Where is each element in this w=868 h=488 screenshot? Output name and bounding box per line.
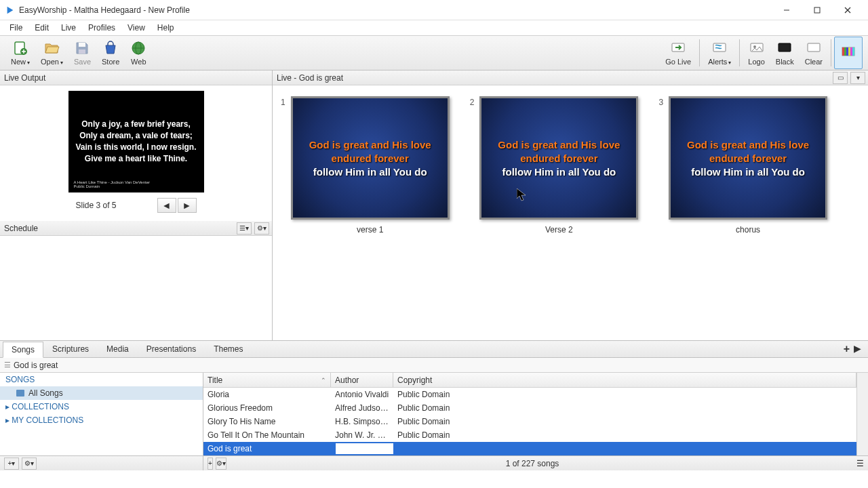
search-value[interactable]: God is great [14, 361, 58, 370]
tree-settings-button[interactable]: ⚙▾ [22, 458, 37, 470]
view-list-icon[interactable]: ☰ [856, 459, 864, 468]
menu-live[interactable]: Live [56, 22, 81, 34]
maximize-button[interactable] [802, 1, 832, 20]
close-button[interactable] [832, 1, 863, 20]
store-button[interactable]: Store [96, 37, 125, 69]
slide-thumb[interactable]: God is great and His love endured foreve… [669, 96, 827, 220]
library-tree[interactable]: SONGS All Songs ▸ COLLECTIONS ▸ MY COLLE… [0, 373, 203, 455]
go-button[interactable]: ▶ [854, 343, 861, 355]
schedule-view-button[interactable]: ☰▾ [237, 222, 252, 235]
output-slide-text: Only a joy, a few brief years, Only a dr… [75, 119, 196, 164]
svg-rect-7 [79, 43, 85, 47]
menu-file[interactable]: File [4, 22, 28, 34]
output-slide-credit: A Heart Like Thine - Judson Van DeVenter… [74, 180, 151, 188]
clear-button[interactable]: Clear [800, 37, 828, 69]
svg-rect-21 [846, 47, 848, 56]
store-icon [102, 40, 119, 56]
cell-title: God is great [203, 443, 331, 455]
live-output-header: Live Output [0, 70, 272, 85]
live-display-button[interactable]: ▭ [833, 72, 848, 84]
slide-lyric: follow Him in all You do [691, 166, 805, 178]
black-button[interactable]: Black [770, 37, 800, 69]
tree-all-songs[interactable]: All Songs [0, 386, 203, 400]
cell-title: Go Tell It On The Mountain [203, 429, 331, 441]
scrollbar[interactable] [856, 373, 868, 455]
golive-icon [670, 40, 686, 56]
table-row[interactable]: Go Tell It On The MountainJohn W. Jr. Wo… [203, 428, 856, 442]
author-edit-input[interactable] [335, 443, 393, 455]
table-row[interactable]: GloriaAntonio VivaldiPublic Domain [203, 388, 856, 401]
cell-author: Antonio Vivaldi [331, 388, 393, 401]
svg-rect-17 [808, 43, 820, 52]
table-add-button[interactable]: + [208, 458, 213, 470]
output-slide: Only a joy, a few brief years, Only a dr… [68, 91, 204, 192]
minimize-button[interactable] [771, 1, 802, 20]
slide-item[interactable]: 3God is great and His love endured forev… [658, 96, 827, 329]
tab-themes[interactable]: Themes [205, 341, 252, 357]
clear-icon [806, 40, 822, 56]
svg-rect-8 [79, 49, 85, 54]
tab-scriptures[interactable]: Scriptures [43, 341, 98, 357]
slide-counter: Slide 3 of 5 [75, 201, 116, 210]
tree-songs[interactable]: SONGS [0, 373, 203, 386]
slide-item[interactable]: 2God is great and His love endured forev… [470, 96, 639, 329]
library-tabs: Songs Scriptures Media Presentations The… [0, 340, 868, 358]
cell-author: Alfred Judson ... [331, 402, 393, 414]
schedule-area[interactable] [0, 236, 272, 340]
app-icon [5, 5, 15, 15]
col-author[interactable]: Author [331, 373, 393, 387]
slide-lyric: follow Him in all You do [502, 166, 616, 178]
color-bars-icon [840, 44, 856, 60]
open-button[interactable]: Open▾ [35, 37, 68, 69]
slides-area[interactable]: 1God is great and His love endured forev… [273, 85, 868, 340]
sort-asc-icon: ⌃ [321, 377, 326, 384]
new-button[interactable]: New▾ [5, 37, 35, 69]
live-dropdown-button[interactable]: ▾ [850, 72, 865, 84]
cell-copyright: Public Domain [393, 415, 856, 428]
live-panel-header: Live - God is great ▭ ▾ [273, 70, 868, 85]
svg-marker-0 [7, 6, 14, 14]
menu-help[interactable]: Help [152, 22, 180, 34]
table-row[interactable]: Glorious FreedomAlfred Judson ...Public … [203, 401, 856, 415]
library-table: Title⌃ Author Copyright GloriaAntonio Vi… [203, 373, 856, 455]
col-copyright[interactable]: Copyright [393, 373, 856, 387]
status-bar: +▾ ⚙▾ + ⚙▾ 1 of 227 songs ☰ [0, 455, 868, 470]
menubar: File Edit Live Profiles View Help [0, 20, 868, 35]
slide-thumb[interactable]: God is great and His love endured foreve… [291, 96, 450, 220]
web-button[interactable]: Web [125, 37, 152, 69]
table-row[interactable]: Glory To His NameH.B. Simpson J...Public… [203, 415, 856, 428]
schedule-settings-button[interactable]: ⚙▾ [254, 222, 269, 235]
add-button[interactable]: + [844, 343, 850, 355]
logo-button[interactable]: Logo [743, 37, 770, 69]
folder-icon [16, 390, 24, 396]
tree-my-collections[interactable]: ▸ MY COLLECTIONS [0, 413, 203, 427]
live-output-area: Only a joy, a few brief years, Only a dr… [0, 85, 272, 221]
save-button[interactable]: Save [68, 37, 96, 69]
col-title[interactable]: Title⌃ [203, 373, 331, 387]
alerts-button[interactable]: Alerts▾ [703, 37, 736, 69]
slide-number: 1 [281, 96, 285, 329]
tab-media[interactable]: Media [98, 341, 138, 357]
black-icon [776, 40, 793, 56]
alerts-icon [711, 40, 728, 56]
cell-title: Gloria [203, 388, 331, 401]
svg-rect-20 [844, 47, 846, 56]
menu-view[interactable]: View [122, 22, 151, 34]
slide-lyric-accent: God is great and His love endured foreve… [498, 138, 620, 165]
output-preview-button[interactable] [834, 37, 863, 69]
menu-profiles[interactable]: Profiles [83, 22, 121, 34]
cell-author: H.B. Simpson J... [331, 415, 393, 428]
tab-songs[interactable]: Songs [3, 342, 43, 358]
tab-presentations[interactable]: Presentations [138, 341, 205, 357]
prev-slide-button[interactable]: ◄ [157, 198, 176, 213]
svg-rect-2 [814, 7, 820, 13]
slide-thumb[interactable]: God is great and His love endured foreve… [479, 96, 638, 220]
table-row[interactable]: God is great [203, 442, 856, 455]
golive-button[interactable]: Go Live [660, 37, 696, 69]
next-slide-button[interactable]: ► [178, 198, 197, 213]
menu-edit[interactable]: Edit [29, 22, 54, 34]
slide-item[interactable]: 1God is great and His love endured forev… [281, 96, 450, 329]
tree-collections[interactable]: ▸ COLLECTIONS [0, 400, 203, 413]
titlebar-text: EasyWorship - Maltha Hedegaard - New Pro… [19, 5, 771, 15]
tree-add-button[interactable]: +▾ [4, 458, 19, 470]
